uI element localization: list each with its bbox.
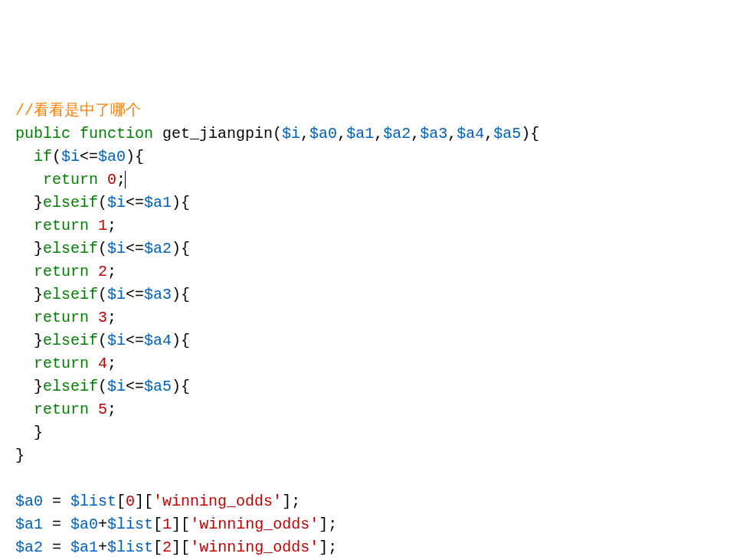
code-token: $i [107, 286, 126, 303]
code-token: 'winning_odds' [153, 493, 282, 510]
code-token: ){ [172, 240, 190, 257]
code-token: 0 [107, 171, 116, 188]
code-token: $i [107, 194, 126, 211]
code-token: 2 [98, 263, 107, 280]
code-token [15, 148, 34, 165]
code-block: //看看是中了哪个 public function get_jiangpin($… [15, 100, 728, 560]
code-token: ; [107, 309, 116, 326]
code-token: public [15, 125, 70, 142]
code-token: $i [282, 125, 300, 142]
code-token [98, 171, 107, 188]
code-token: + [98, 516, 107, 533]
code-token [89, 309, 98, 326]
code-token: return [34, 309, 89, 326]
code-token: return [43, 171, 98, 188]
code-token: ){ [172, 286, 190, 303]
code-token: $a0 [309, 125, 337, 142]
code-token: , [411, 125, 420, 142]
code-token: <= [80, 148, 98, 165]
code-token: elseif [43, 286, 98, 303]
code-token: 'winning_odds' [190, 516, 319, 533]
code-token: ( [98, 240, 107, 257]
code-token [15, 171, 43, 188]
code-token: ; [107, 217, 116, 234]
code-token: $a0 [98, 148, 126, 165]
code-token: 0 [126, 493, 135, 510]
code-token: get_jiangpin( [153, 125, 282, 142]
code-token: function [80, 125, 153, 142]
code-token: ]; [282, 493, 300, 510]
code-token: , [374, 125, 383, 142]
code-token: ( [98, 378, 107, 395]
code-token: $a1 [144, 194, 172, 211]
code-token: 5 [98, 401, 107, 418]
code-token: 1 [98, 217, 107, 234]
code-token [15, 263, 34, 280]
code-token: } [15, 332, 43, 349]
code-token: ]; [319, 539, 337, 556]
code-token [89, 263, 98, 280]
code-token: 4 [98, 355, 107, 372]
code-token: ; [107, 355, 116, 372]
code-token [89, 401, 98, 418]
code-token: $a3 [144, 286, 172, 303]
code-token: //看看是中了哪个 [15, 102, 141, 120]
code-token: 3 [98, 309, 107, 326]
code-token: 2 [162, 539, 172, 556]
code-token: , [447, 125, 457, 142]
code-token: ][ [172, 539, 190, 556]
code-token: return [34, 355, 89, 372]
code-token: ( [98, 286, 107, 303]
code-token: [ [116, 493, 126, 510]
code-token: = [43, 493, 70, 510]
code-token: ][ [135, 493, 153, 510]
code-token: $i [107, 378, 126, 395]
code-token [89, 355, 98, 372]
code-token: $a2 [144, 240, 172, 257]
code-token: $i [61, 148, 80, 165]
code-token: } [15, 194, 43, 211]
code-token: 'winning_odds' [190, 539, 319, 556]
code-token: } [15, 424, 43, 441]
code-token: <= [126, 332, 144, 349]
code-token: ( [52, 148, 61, 165]
code-token: } [15, 286, 43, 303]
code-token: return [34, 263, 89, 280]
code-token: ( [98, 194, 107, 211]
code-token: } [15, 240, 43, 257]
code-token: ){ [172, 332, 190, 349]
code-token [89, 217, 98, 234]
code-token: [ [153, 516, 162, 533]
code-token: + [98, 539, 107, 556]
code-token: $a4 [457, 125, 484, 142]
code-token: ){ [521, 125, 539, 142]
code-token: return [34, 217, 89, 234]
code-token: if [34, 148, 52, 165]
code-token: $i [107, 332, 126, 349]
code-token: ][ [172, 516, 190, 533]
code-token: elseif [43, 332, 98, 349]
code-token: ; [107, 263, 116, 280]
code-token: $a2 [383, 125, 411, 142]
code-token: return [34, 401, 89, 418]
code-token: , [337, 125, 346, 142]
code-token: $a0 [15, 493, 43, 510]
code-token [15, 217, 34, 234]
code-token: ){ [172, 194, 190, 211]
code-token: ){ [126, 148, 144, 165]
code-token: <= [126, 194, 144, 211]
code-token: <= [126, 378, 144, 395]
code-token: $a1 [346, 125, 374, 142]
code-token: $list [107, 516, 153, 533]
code-token: ; [107, 401, 116, 418]
code-token: , [484, 125, 493, 142]
code-token: } [15, 447, 25, 464]
code-token: $a5 [144, 378, 172, 395]
code-token: $i [107, 240, 126, 257]
code-token: ]; [319, 516, 337, 533]
code-token: [ [153, 539, 162, 556]
code-token: $list [107, 539, 153, 556]
code-token: $list [70, 493, 116, 510]
code-token: = [43, 539, 70, 556]
code-token: ( [98, 332, 107, 349]
